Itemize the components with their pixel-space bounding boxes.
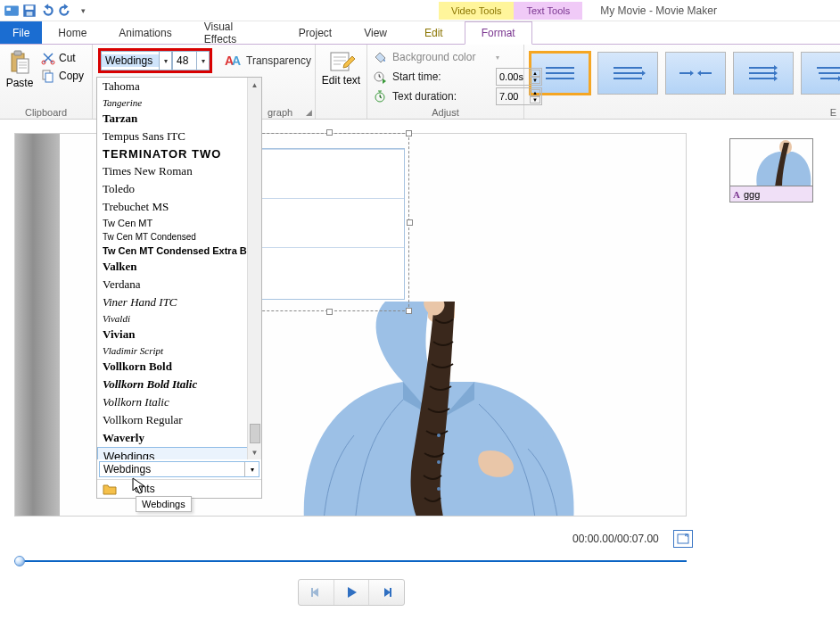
font-name-combo[interactable]: ▾ bbox=[101, 51, 172, 70]
cut-button[interactable]: Cut bbox=[37, 50, 87, 66]
qat-customize-icon[interactable]: ▾ bbox=[75, 3, 91, 19]
effect-lines-icon bbox=[542, 65, 578, 81]
font-option[interactable]: Tw Cen MT Condensed Extra Bold bbox=[97, 244, 261, 258]
font-dialog-launcher-icon[interactable]: ◢ bbox=[306, 108, 312, 117]
visual-effects-tab[interactable]: Visual Effects bbox=[188, 21, 283, 44]
transparency-button[interactable]: AA Transparency bbox=[221, 51, 315, 70]
font-option[interactable]: Waverly bbox=[97, 429, 261, 447]
effect-arrows-in-icon bbox=[678, 65, 713, 81]
font-option[interactable]: Vollkorn Regular bbox=[97, 411, 261, 429]
scroll-up-arrow-icon[interactable]: ▲ bbox=[248, 78, 261, 92]
play-button[interactable] bbox=[334, 580, 370, 605]
font-list-scrollbar[interactable]: ▲ ▼ bbox=[247, 78, 261, 459]
next-frame-button[interactable] bbox=[369, 580, 404, 605]
effect-item-2[interactable] bbox=[597, 52, 658, 95]
stepper-up-icon[interactable]: ▲ bbox=[530, 70, 540, 77]
stepper-down-icon[interactable]: ▼ bbox=[530, 96, 540, 103]
animations-tab[interactable]: Animations bbox=[103, 21, 187, 44]
font-option[interactable]: Valken bbox=[97, 258, 261, 276]
font-option[interactable]: Tempus Sans ITC bbox=[97, 128, 261, 145]
effect-item-3[interactable] bbox=[665, 52, 726, 95]
font-option[interactable]: Vivaldi bbox=[97, 311, 261, 326]
file-tab[interactable]: File bbox=[0, 21, 42, 44]
effect-item-4[interactable] bbox=[733, 52, 794, 95]
redo-icon[interactable] bbox=[57, 3, 73, 19]
font-option[interactable]: Vivian bbox=[97, 326, 261, 343]
font-size-dropdown-icon[interactable]: ▾ bbox=[196, 52, 209, 70]
prev-frame-button[interactable] bbox=[299, 580, 334, 605]
svg-rect-3 bbox=[26, 5, 34, 10]
font-option[interactable]: Tarzan bbox=[97, 110, 261, 128]
storyboard-thumbnail[interactable] bbox=[729, 138, 813, 186]
svg-rect-7 bbox=[17, 59, 29, 73]
truncated-group-label: E bbox=[830, 107, 836, 118]
font-option[interactable]: Viner Hand ITC bbox=[97, 293, 261, 311]
effects-gallery bbox=[524, 45, 840, 119]
paste-button[interactable]: Paste bbox=[5, 48, 34, 89]
font-option[interactable]: Webdings bbox=[97, 447, 261, 459]
font-option[interactable]: Trebuchet MS bbox=[97, 198, 261, 216]
scroll-thumb[interactable] bbox=[250, 424, 260, 443]
font-option[interactable]: Vladimir Script bbox=[97, 343, 261, 358]
view-tab[interactable]: View bbox=[348, 21, 403, 44]
font-option[interactable]: Tahoma bbox=[97, 78, 261, 95]
text-edit-box[interactable] bbox=[249, 133, 409, 311]
transparency-label: Transparency bbox=[246, 54, 311, 67]
start-time-input[interactable]: 0.00s ▲▼ bbox=[496, 68, 542, 86]
resize-handle-r[interactable] bbox=[407, 219, 413, 226]
text-tools-tab-header: Text Tools bbox=[514, 2, 582, 20]
stepper-up-icon[interactable]: ▲ bbox=[530, 89, 540, 96]
folder-icon bbox=[103, 483, 117, 495]
font-option[interactable]: Vollkorn Bold Italic bbox=[97, 376, 261, 393]
copy-label: Copy bbox=[59, 70, 84, 82]
copy-button[interactable]: Copy bbox=[37, 68, 87, 84]
font-option[interactable]: Times New Roman bbox=[97, 162, 261, 180]
timeline-scrubber[interactable] bbox=[14, 555, 687, 567]
font-option[interactable]: Vollkorn Italic bbox=[97, 393, 261, 411]
font-selected-display[interactable]: Webdings ▾ bbox=[99, 461, 259, 477]
stepper-down-icon[interactable]: ▼ bbox=[530, 77, 540, 84]
font-option[interactable]: Toledo bbox=[97, 180, 261, 198]
storyboard-caption[interactable]: A ggg bbox=[729, 186, 813, 203]
font-dropdown-list: TahomaTangerineTarzanTempus Sans ITCTERM… bbox=[96, 77, 262, 499]
edit-text-button[interactable]: Edit text bbox=[321, 48, 361, 87]
caption-type-icon: A bbox=[733, 189, 740, 200]
text-content-area[interactable] bbox=[253, 148, 405, 300]
resize-handle-t[interactable] bbox=[326, 129, 333, 136]
font-size-input[interactable] bbox=[173, 54, 196, 67]
font-option[interactable]: TERMINATOR TWO bbox=[97, 145, 261, 162]
font-option[interactable]: Vollkorn Bold bbox=[97, 358, 261, 376]
svg-point-19 bbox=[437, 460, 441, 464]
scroll-down-arrow-icon[interactable]: ▼ bbox=[248, 445, 261, 459]
video-edit-tab[interactable]: Edit bbox=[403, 21, 465, 44]
undo-icon[interactable] bbox=[39, 3, 55, 19]
effect-zoom-lines-icon bbox=[813, 65, 840, 81]
home-tab[interactable]: Home bbox=[42, 21, 103, 44]
text-format-tab[interactable]: Format bbox=[465, 21, 532, 45]
fullscreen-button[interactable] bbox=[673, 530, 693, 548]
font-name-input[interactable] bbox=[102, 54, 159, 67]
cut-label: Cut bbox=[59, 52, 76, 64]
background-color-button[interactable]: Background color ▾ bbox=[373, 48, 542, 66]
effect-lines-arrow-icon bbox=[610, 65, 646, 81]
play-icon bbox=[344, 585, 358, 599]
chevron-down-icon[interactable]: ▾ bbox=[244, 462, 259, 476]
resize-handle-br[interactable] bbox=[406, 308, 412, 314]
clock-duration-icon bbox=[373, 89, 387, 103]
resize-handle-b[interactable] bbox=[326, 309, 333, 315]
font-option[interactable]: Tw Cen MT Condensed bbox=[97, 230, 261, 244]
save-icon[interactable] bbox=[21, 3, 37, 19]
svg-rect-11 bbox=[45, 73, 53, 82]
resize-handle-tr[interactable] bbox=[406, 130, 412, 136]
font-option[interactable]: Tangerine bbox=[97, 95, 261, 110]
font-size-combo[interactable]: ▾ bbox=[172, 51, 210, 70]
scrubber-track bbox=[14, 560, 687, 562]
scrubber-knob[interactable] bbox=[14, 556, 25, 566]
project-tab[interactable]: Project bbox=[283, 21, 348, 44]
font-option[interactable]: Tw Cen MT bbox=[97, 216, 261, 230]
text-duration-input[interactable]: 7.00 ▲▼ bbox=[496, 87, 542, 105]
thumbnail-image bbox=[730, 139, 813, 186]
font-option[interactable]: Verdana bbox=[97, 276, 261, 293]
font-name-dropdown-icon[interactable]: ▾ bbox=[159, 52, 171, 70]
effect-item-5[interactable] bbox=[801, 52, 840, 95]
